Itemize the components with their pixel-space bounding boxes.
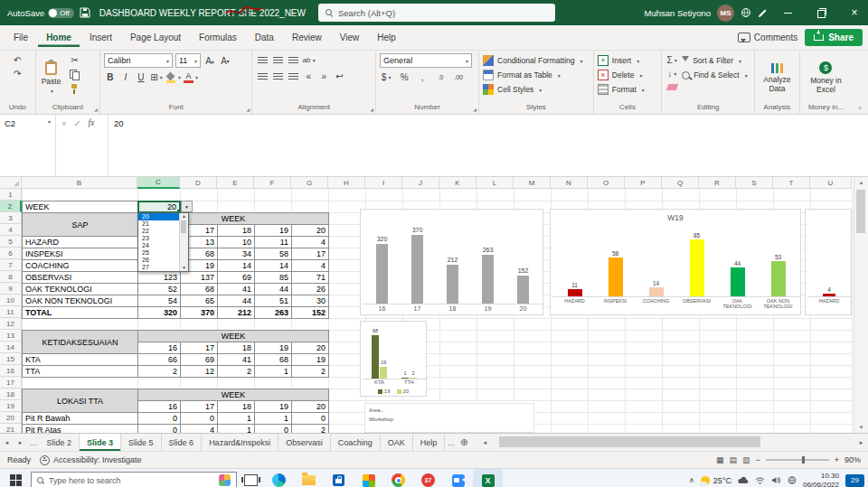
cell-E19[interactable]: 18 (217, 400, 255, 413)
sheet-nav-left-icon[interactable]: ◂ (0, 434, 14, 451)
cell-G14[interactable]: 20 (291, 342, 329, 354)
weather-widget[interactable]: 25°C (701, 476, 731, 485)
cancel-icon[interactable]: × (61, 118, 67, 128)
data-validation-dropdown[interactable]: 20 21 22 23 24 25 26 27 ▲ ▼ (137, 212, 189, 272)
dropdown-item[interactable]: 26 (138, 257, 179, 264)
cell-D10[interactable]: 65 (180, 295, 218, 307)
col-header-E[interactable]: E (217, 177, 254, 189)
cell-C11[interactable]: 320 (137, 306, 181, 319)
sheet-tab-slide-6[interactable]: Slide 6 (162, 434, 203, 451)
table-title-cell[interactable]: LOKASI TTA (22, 389, 138, 413)
ribbon-tab-file[interactable]: File (5, 28, 36, 47)
new-sheet-button[interactable]: ⊕ (458, 434, 471, 451)
col-header-P[interactable]: P (625, 177, 662, 189)
comma-style-button[interactable]: , (416, 70, 429, 84)
table-row-label[interactable]: COACHING (22, 259, 138, 272)
table-title-cell[interactable]: KETIDAKSESUAIAN (22, 330, 138, 354)
cell-C15[interactable]: 66 (137, 353, 181, 366)
taskbar-app-store[interactable] (324, 469, 354, 487)
cell-E8[interactable]: 69 (217, 271, 255, 284)
taskbar-app-file-explorer[interactable] (294, 469, 324, 487)
cell-G9[interactable]: 26 (291, 283, 329, 295)
sheet-tab-coaching[interactable]: Coaching (331, 434, 381, 451)
fill-button[interactable]: ↓▾ (665, 67, 678, 80)
align-top-button[interactable] (256, 53, 269, 67)
fill-color-button[interactable]: ▾ (165, 70, 181, 84)
delete-cells-button[interactable]: × Delete▾ (598, 68, 657, 82)
cell-E6[interactable]: 34 (217, 248, 255, 260)
decrease-indent-button[interactable]: « (302, 70, 315, 83)
row-header-4[interactable]: 4 (0, 224, 22, 236)
sheet-tab-observasi[interactable]: Observasi (278, 434, 331, 451)
vscroll-thumb[interactable] (856, 190, 865, 233)
dialog-launcher-icon[interactable]: ◢ (473, 107, 476, 112)
format-painter-button[interactable] (68, 82, 80, 96)
cell-C16[interactable]: 2 (137, 365, 181, 378)
sheet-tab-hazard-inspeksi[interactable]: Hazard&Inspeksi (202, 434, 278, 451)
restore-button[interactable] (807, 0, 835, 25)
align-center-button[interactable] (271, 70, 284, 83)
copy-button[interactable] (68, 68, 80, 81)
row-header-17[interactable]: 17 (0, 377, 22, 389)
col-header-I[interactable]: I (365, 177, 402, 189)
align-middle-button[interactable] (271, 53, 284, 67)
cell-styles-button[interactable]: Cell Styles▾ (483, 82, 590, 97)
cell-D20[interactable]: 0 (180, 412, 218, 425)
cell-G16[interactable]: 2 (291, 365, 329, 378)
page-break-view-button[interactable]: ▥ (742, 455, 750, 464)
wifi-icon[interactable] (755, 476, 765, 484)
money-in-excel-button[interactable]: Money in Excel (804, 53, 848, 102)
col-header-D[interactable]: D (180, 177, 217, 189)
sort-filter-button[interactable]: Sort & Filter▾ (682, 53, 748, 68)
cell-D8[interactable]: 137 (180, 271, 218, 284)
cell-F14[interactable]: 19 (254, 342, 292, 354)
row-header-7[interactable]: 7 (0, 259, 22, 271)
row-header-10[interactable]: 10 (0, 295, 22, 306)
dropdown-item[interactable]: 27 (138, 264, 179, 271)
row-header-12[interactable]: 12 (0, 318, 22, 330)
cell-C19[interactable]: 16 (137, 400, 181, 413)
cell-D15[interactable]: 69 (180, 353, 218, 366)
hscroll-thumb[interactable] (499, 436, 760, 447)
number-format-select[interactable]: General▾ (380, 53, 472, 68)
avatar[interactable]: MS (717, 5, 734, 22)
orientation-button[interactable]: ab▾ (302, 53, 315, 67)
task-view-button[interactable] (237, 469, 264, 487)
underline-button[interactable]: U (135, 70, 147, 84)
sheet-tab-slide-5[interactable]: Slide 5 (121, 434, 162, 451)
dropdown-item[interactable]: 22 (138, 228, 179, 235)
zoom-in-button[interactable]: + (835, 455, 839, 464)
ribbon-tab-view[interactable]: View (332, 28, 368, 47)
table-row-label[interactable]: TOTAL (22, 306, 138, 319)
sheet-overflow-right[interactable]: ... (445, 434, 458, 451)
table-row-label[interactable]: OAK NON TEKNOLOGI (22, 295, 138, 307)
table-row-label[interactable]: OAK TEKNOLOGI (22, 283, 138, 295)
bold-button[interactable]: B (104, 70, 117, 84)
row-header-2[interactable]: 2 (0, 201, 22, 212)
dialog-launcher-icon[interactable]: ◢ (370, 107, 373, 112)
ink-pen-icon[interactable] (758, 8, 768, 18)
cell-E20[interactable]: 1 (217, 412, 255, 425)
cell-E14[interactable]: 18 (217, 342, 255, 354)
horizontal-scrollbar[interactable]: ◂ ▸ (478, 434, 868, 451)
spreadsheet-grid[interactable]: 20 21 22 23 24 25 26 27 ▲ ▼ ▲ ▼ BCDEFGHI… (0, 177, 868, 433)
cell-D21[interactable]: 4 (180, 424, 218, 433)
ribbon-tab-data[interactable]: Data (247, 28, 282, 47)
col-header-R[interactable]: R (699, 177, 736, 189)
cell-G20[interactable]: 0 (291, 412, 329, 425)
vertical-scrollbar[interactable]: ▲ ▼ (854, 177, 868, 433)
cell-F19[interactable]: 19 (254, 400, 292, 413)
zoom-level[interactable]: 90% (844, 455, 861, 464)
cell-G11[interactable]: 152 (291, 306, 329, 319)
zoom-out-button[interactable]: − (755, 455, 760, 464)
percent-style-button[interactable]: % (398, 70, 410, 84)
cell-C10[interactable]: 54 (137, 295, 181, 307)
col-header-J[interactable]: J (402, 177, 439, 189)
scroll-down-icon[interactable]: ▼ (854, 422, 868, 433)
cell-C21[interactable]: 0 (137, 424, 181, 433)
col-header-U[interactable]: U (810, 177, 852, 189)
undo-button[interactable]: ↶ (11, 53, 24, 67)
row-header-6[interactable]: 6 (0, 248, 22, 259)
insert-cells-button[interactable]: + Insert▾ (598, 53, 657, 68)
sheet-tab-slide-3[interactable]: Slide 3 (80, 434, 121, 451)
